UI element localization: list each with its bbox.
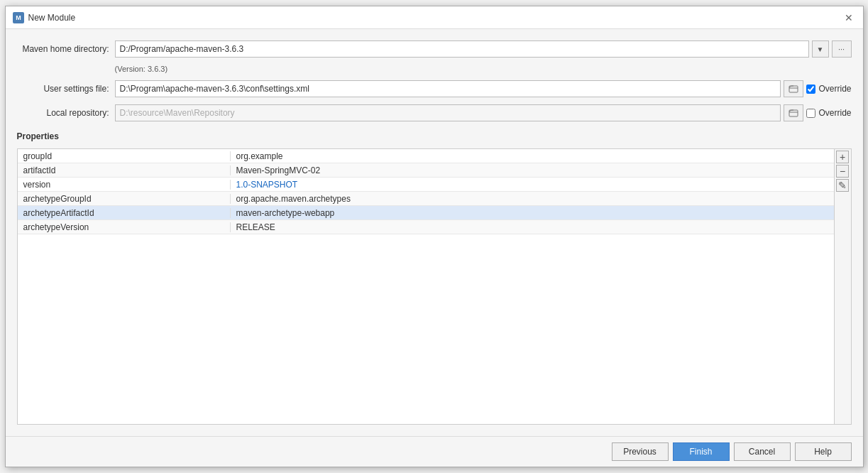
dialog-title: New Module [28,13,76,23]
help-button[interactable]: Help [795,442,852,461]
local-repo-row: Local repository: Override [17,104,852,121]
prop-name: archetypeVersion [18,222,231,232]
prop-name: archetypeGroupId [18,194,231,204]
new-module-dialog: M New Module ✕ Maven home directory: ▼ ·… [5,6,864,467]
user-settings-override-checkbox[interactable] [806,85,815,94]
local-repo-label: Local repository: [17,108,109,118]
local-repo-browse-button[interactable] [784,104,803,121]
user-settings-browse-button[interactable] [784,80,803,97]
maven-home-row: Maven home directory: ▼ ··· [17,40,852,58]
maven-home-input[interactable] [115,40,809,58]
properties-table: groupIdorg.exampleartifactIdMaven-Spring… [18,149,834,424]
table-row[interactable]: version1.0-SNAPSHOT [18,178,834,192]
local-repo-input-wrapper: Override [115,104,852,121]
maven-home-dropdown-button[interactable]: ▼ [812,40,829,58]
remove-property-button[interactable]: − [836,165,849,178]
local-repo-override-label: Override [818,108,851,118]
maven-home-input-wrapper: ▼ ··· [115,40,852,58]
user-settings-override-label: Override [818,84,851,94]
cancel-button[interactable]: Cancel [734,442,791,461]
maven-home-label: Maven home directory: [17,44,109,54]
edit-property-button[interactable]: ✎ [836,179,849,192]
finish-button[interactable]: Finish [673,442,730,461]
user-settings-input-wrapper: Override [115,80,852,97]
maven-version-note: (Version: 3.6.3) [115,65,852,73]
table-row[interactable]: artifactIdMaven-SpringMVC-02 [18,163,834,178]
local-repo-override-checkbox[interactable] [806,109,815,118]
properties-section-header: Properties [17,131,852,141]
add-property-button[interactable]: + [836,151,849,163]
user-settings-row: User settings file: Override [17,80,852,97]
prop-value: Maven-SpringMVC-02 [231,165,834,175]
prop-name: artifactId [18,165,231,175]
properties-container: groupIdorg.exampleartifactIdMaven-Spring… [17,148,852,425]
properties-sidebar: + − ✎ [834,149,851,424]
prop-value: org.example [231,151,834,161]
table-row[interactable]: groupIdorg.example [18,149,834,163]
user-settings-input[interactable] [115,80,781,97]
prop-value: org.apache.maven.archetypes [231,194,834,204]
local-repo-override-wrapper: Override [806,108,851,118]
close-button[interactable]: ✕ [842,11,856,25]
dialog-content: Maven home directory: ▼ ··· (Version: 3.… [6,29,863,436]
table-row[interactable]: archetypeVersionRELEASE [18,220,834,234]
local-repo-input [115,104,781,121]
user-settings-override-wrapper: Override [806,84,851,94]
prop-name: archetypeArtifactId [18,208,231,218]
maven-home-browse-button[interactable]: ··· [832,40,852,58]
title-bar-left: M New Module [13,12,76,23]
prop-value: 1.0-SNAPSHOT [231,180,834,190]
prop-value: maven-archetype-webapp [231,208,834,218]
svg-text:M: M [16,14,21,21]
table-row[interactable]: archetypeArtifactIdmaven-archetype-webap… [18,206,834,220]
user-settings-label: User settings file: [17,84,109,94]
prop-value: RELEASE [231,222,834,232]
dialog-footer: Previous Finish Cancel Help [6,436,863,467]
table-row[interactable]: archetypeGroupIdorg.apache.maven.archety… [18,192,834,206]
dialog-icon: M [13,12,24,23]
prop-name: version [18,180,231,190]
previous-button[interactable]: Previous [612,442,669,461]
prop-name: groupId [18,151,231,161]
title-bar: M New Module ✕ [6,6,863,29]
